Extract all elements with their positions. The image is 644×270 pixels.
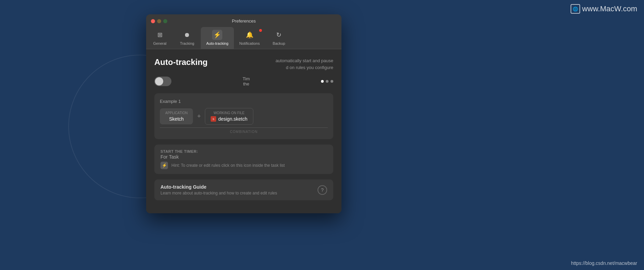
example-card: Example 1 Application Sketch + Working o… (154, 93, 333, 139)
tab-tracking[interactable]: ⏺ Tracking (173, 27, 201, 49)
tab-backup-label: Backup (272, 41, 285, 45)
tab-general[interactable]: ⊞ General (146, 27, 173, 49)
minimize-button[interactable] (157, 19, 161, 23)
guide-subtitle: Learn more about auto-tracking and how t… (160, 191, 277, 195)
dot-3[interactable] (331, 80, 333, 83)
toggle-row: Tim the (154, 76, 333, 86)
hint-text: Hint: To create or edit rules click on t… (171, 163, 285, 168)
condition-file-header: Working on File (211, 111, 248, 115)
guide-title: Auto-tracking Guide (160, 184, 277, 190)
plus-operator: + (197, 113, 201, 120)
tracking-icon: ⏺ (182, 30, 192, 40)
section-title: Auto-tracking (154, 57, 208, 67)
auto-tracking-icon: ⚡ (212, 30, 222, 40)
condition-application-header: Application (165, 111, 187, 115)
title-bar: Preferences (146, 14, 341, 27)
window-title: Preferences (232, 18, 256, 24)
dot-2[interactable] (326, 80, 328, 83)
hint-row: ⚡ Hint: To create or edit rules click on… (160, 162, 327, 169)
file-row: S design.sketch (211, 116, 248, 122)
notifications-icon: 🔔 (244, 30, 255, 40)
dot-1[interactable] (321, 80, 324, 83)
combination-divider: COMBINATION (160, 127, 328, 134)
tab-bar: ⊞ General ⏺ Tracking ⚡ Auto-tracking 🔔 N… (146, 27, 341, 49)
watermark-bottom: https://blog.csdn.net/macwbear (571, 260, 637, 266)
general-icon: ⊞ (155, 30, 165, 40)
section-description: automatically start and pause d on rules… (276, 57, 333, 71)
backup-icon: ↻ (274, 30, 284, 40)
start-timer-section: START THE TIMER: For Task ⚡ Hint: To cre… (154, 145, 333, 174)
timer-partial-text: Tim the (171, 76, 321, 86)
condition-file: Working on File S design.sketch (205, 108, 253, 125)
guide-info: Auto-tracking Guide Learn more about aut… (160, 184, 277, 195)
condition-application-value: Sketch (165, 116, 187, 122)
tab-notifications[interactable]: 🔔 Notifications (234, 27, 265, 49)
tab-notifications-label: Notifications (239, 41, 260, 45)
hint-lightning-icon: ⚡ (160, 162, 168, 169)
tab-backup[interactable]: ↻ Backup (265, 27, 293, 49)
example-label: Example 1 (160, 99, 328, 104)
guide-section: Auto-tracking Guide Learn more about aut… (154, 179, 333, 200)
toggle-knob (155, 77, 163, 85)
tab-tracking-label: Tracking (180, 41, 194, 45)
preferences-window: Preferences ⊞ General ⏺ Tracking ⚡ Auto-… (146, 14, 341, 213)
traffic-lights (151, 19, 167, 23)
section-header: Auto-tracking automatically start and pa… (154, 57, 333, 71)
maximize-button[interactable] (163, 19, 167, 23)
tab-auto-tracking-label: Auto-tracking (206, 41, 228, 45)
close-button[interactable] (151, 19, 155, 23)
globe-icon: 🌐 (571, 4, 580, 14)
notification-badge (259, 29, 262, 32)
start-timer-label: START THE TIMER: (160, 149, 327, 153)
guide-help-button[interactable]: ? (318, 185, 327, 195)
watermark-top-text: www.MacW.com (582, 4, 637, 13)
tab-general-label: General (153, 41, 166, 45)
watermark-top: 🌐 www.MacW.com (571, 4, 637, 14)
carousel-dots (321, 80, 333, 83)
content-area: Auto-tracking automatically start and pa… (146, 49, 341, 213)
sketch-file-icon: S (211, 116, 216, 122)
auto-tracking-toggle[interactable] (154, 77, 171, 86)
for-task-value: For Task (160, 154, 327, 160)
condition-filename: design.sketch (218, 116, 248, 122)
example-content: Application Sketch + Working on File S d… (160, 108, 328, 125)
tab-auto-tracking[interactable]: ⚡ Auto-tracking (201, 27, 234, 49)
condition-application: Application Sketch (160, 108, 193, 124)
